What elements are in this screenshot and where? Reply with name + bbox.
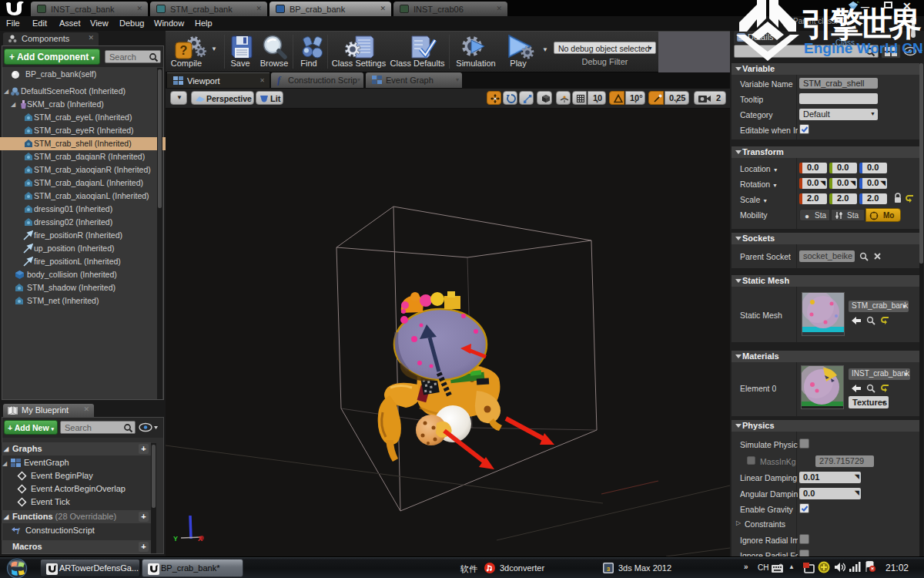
svg-text:3: 3 [607,566,611,573]
svg-text:?: ? [180,44,188,57]
svg-text:Y: Y [173,535,178,543]
svg-text:f: f [17,526,20,536]
